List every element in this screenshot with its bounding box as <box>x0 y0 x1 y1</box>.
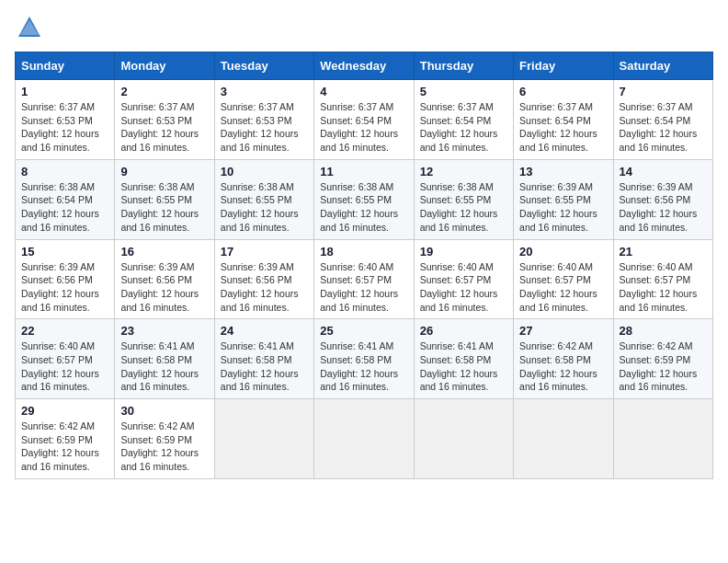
calendar-cell: 4 Sunrise: 6:37 AM Sunset: 6:54 PM Dayli… <box>314 80 414 160</box>
day-info: Sunrise: 6:40 AM Sunset: 6:57 PM Dayligh… <box>21 339 108 394</box>
day-info: Sunrise: 6:41 AM Sunset: 6:58 PM Dayligh… <box>221 339 308 394</box>
day-number: 21 <box>620 245 707 259</box>
calendar-cell: 26 Sunrise: 6:41 AM Sunset: 6:58 PM Dayl… <box>414 319 513 399</box>
calendar-cell: 22 Sunrise: 6:40 AM Sunset: 6:57 PM Dayl… <box>16 319 115 399</box>
day-info: Sunrise: 6:41 AM Sunset: 6:58 PM Dayligh… <box>420 339 507 394</box>
calendar-week-row: 22 Sunrise: 6:40 AM Sunset: 6:57 PM Dayl… <box>16 319 713 399</box>
calendar-cell: 19 Sunrise: 6:40 AM Sunset: 6:57 PM Dayl… <box>414 239 513 319</box>
calendar-cell: 21 Sunrise: 6:40 AM Sunset: 6:57 PM Dayl… <box>613 239 712 319</box>
calendar-cell: 5 Sunrise: 6:37 AM Sunset: 6:54 PM Dayli… <box>414 80 513 160</box>
day-info: Sunrise: 6:42 AM Sunset: 6:59 PM Dayligh… <box>620 339 707 394</box>
calendar-cell: 11 Sunrise: 6:38 AM Sunset: 6:55 PM Dayl… <box>314 159 414 239</box>
day-info: Sunrise: 6:37 AM Sunset: 6:53 PM Dayligh… <box>21 100 108 155</box>
calendar-cell: 20 Sunrise: 6:40 AM Sunset: 6:57 PM Dayl… <box>514 239 613 319</box>
calendar-cell: 15 Sunrise: 6:39 AM Sunset: 6:56 PM Dayl… <box>16 239 115 319</box>
day-number: 20 <box>519 245 607 259</box>
calendar-cell: 2 Sunrise: 6:37 AM Sunset: 6:53 PM Dayli… <box>115 80 214 160</box>
day-info: Sunrise: 6:41 AM Sunset: 6:58 PM Dayligh… <box>320 339 407 394</box>
day-number: 14 <box>620 165 707 178</box>
day-number: 18 <box>320 245 407 259</box>
calendar-cell <box>314 399 414 479</box>
day-info: Sunrise: 6:38 AM Sunset: 6:54 PM Dayligh… <box>21 180 108 235</box>
day-info: Sunrise: 6:41 AM Sunset: 6:58 PM Dayligh… <box>120 339 208 394</box>
calendar-cell: 16 Sunrise: 6:39 AM Sunset: 6:56 PM Dayl… <box>115 239 214 319</box>
day-info: Sunrise: 6:39 AM Sunset: 6:56 PM Dayligh… <box>120 260 208 315</box>
calendar-cell <box>613 399 712 479</box>
day-number: 23 <box>120 324 208 338</box>
day-info: Sunrise: 6:37 AM Sunset: 6:53 PM Dayligh… <box>120 100 208 155</box>
day-info: Sunrise: 6:42 AM Sunset: 6:58 PM Dayligh… <box>519 339 607 394</box>
calendar-cell: 3 Sunrise: 6:37 AM Sunset: 6:53 PM Dayli… <box>214 80 313 160</box>
day-info: Sunrise: 6:37 AM Sunset: 6:54 PM Dayligh… <box>620 100 707 155</box>
header-day-saturday: Saturday <box>613 52 712 80</box>
calendar-cell: 13 Sunrise: 6:39 AM Sunset: 6:55 PM Dayl… <box>514 159 613 239</box>
day-number: 1 <box>21 85 108 98</box>
header-day-wednesday: Wednesday <box>314 52 414 80</box>
day-number: 28 <box>620 324 707 338</box>
calendar-cell: 27 Sunrise: 6:42 AM Sunset: 6:58 PM Dayl… <box>514 319 613 399</box>
calendar-cell: 18 Sunrise: 6:40 AM Sunset: 6:57 PM Dayl… <box>314 239 414 319</box>
calendar-cell <box>214 399 313 479</box>
day-number: 10 <box>221 165 308 178</box>
day-number: 19 <box>420 245 507 259</box>
day-number: 12 <box>420 165 507 178</box>
calendar-cell: 6 Sunrise: 6:37 AM Sunset: 6:54 PM Dayli… <box>514 80 613 160</box>
day-number: 24 <box>221 324 308 338</box>
day-info: Sunrise: 6:37 AM Sunset: 6:54 PM Dayligh… <box>320 100 407 155</box>
header-day-tuesday: Tuesday <box>214 52 313 80</box>
calendar-table: SundayMondayTuesdayWednesdayThursdayFrid… <box>15 52 713 479</box>
day-number: 29 <box>21 404 108 418</box>
calendar-cell: 10 Sunrise: 6:38 AM Sunset: 6:55 PM Dayl… <box>214 159 313 239</box>
day-info: Sunrise: 6:37 AM Sunset: 6:54 PM Dayligh… <box>420 100 507 155</box>
day-number: 9 <box>120 165 208 178</box>
calendar-cell <box>514 399 613 479</box>
calendar-cell <box>414 399 513 479</box>
day-info: Sunrise: 6:39 AM Sunset: 6:56 PM Dayligh… <box>221 260 308 315</box>
day-info: Sunrise: 6:38 AM Sunset: 6:55 PM Dayligh… <box>420 180 507 235</box>
day-number: 30 <box>120 404 208 418</box>
calendar-cell: 17 Sunrise: 6:39 AM Sunset: 6:56 PM Dayl… <box>214 239 313 319</box>
day-info: Sunrise: 6:37 AM Sunset: 6:54 PM Dayligh… <box>519 100 607 155</box>
day-number: 6 <box>519 85 607 98</box>
calendar-cell: 24 Sunrise: 6:41 AM Sunset: 6:58 PM Dayl… <box>214 319 313 399</box>
calendar-cell: 1 Sunrise: 6:37 AM Sunset: 6:53 PM Dayli… <box>16 80 115 160</box>
calendar-cell: 25 Sunrise: 6:41 AM Sunset: 6:58 PM Dayl… <box>314 319 414 399</box>
header-day-friday: Friday <box>514 52 613 80</box>
day-number: 3 <box>221 85 308 98</box>
day-number: 15 <box>21 245 108 259</box>
day-info: Sunrise: 6:40 AM Sunset: 6:57 PM Dayligh… <box>420 260 507 315</box>
day-number: 25 <box>320 324 407 338</box>
day-info: Sunrise: 6:42 AM Sunset: 6:59 PM Dayligh… <box>120 419 208 474</box>
day-number: 4 <box>320 85 407 98</box>
header-row: SundayMondayTuesdayWednesdayThursdayFrid… <box>16 52 713 80</box>
day-number: 8 <box>21 165 108 178</box>
calendar-week-row: 15 Sunrise: 6:39 AM Sunset: 6:56 PM Dayl… <box>16 239 713 319</box>
header-day-sunday: Sunday <box>16 52 115 80</box>
day-info: Sunrise: 6:37 AM Sunset: 6:53 PM Dayligh… <box>221 100 308 155</box>
calendar-cell: 29 Sunrise: 6:42 AM Sunset: 6:59 PM Dayl… <box>16 399 115 479</box>
calendar-week-row: 29 Sunrise: 6:42 AM Sunset: 6:59 PM Dayl… <box>16 399 713 479</box>
day-number: 5 <box>420 85 507 98</box>
day-number: 13 <box>519 165 607 178</box>
logo-icon <box>17 15 42 44</box>
calendar-cell: 8 Sunrise: 6:38 AM Sunset: 6:54 PM Dayli… <box>16 159 115 239</box>
header-day-thursday: Thursday <box>414 52 513 80</box>
day-number: 2 <box>120 85 208 98</box>
day-info: Sunrise: 6:38 AM Sunset: 6:55 PM Dayligh… <box>320 180 407 235</box>
calendar-header: SundayMondayTuesdayWednesdayThursdayFrid… <box>16 52 713 80</box>
day-info: Sunrise: 6:40 AM Sunset: 6:57 PM Dayligh… <box>320 260 407 315</box>
day-info: Sunrise: 6:38 AM Sunset: 6:55 PM Dayligh… <box>221 180 308 235</box>
calendar-week-row: 8 Sunrise: 6:38 AM Sunset: 6:54 PM Dayli… <box>16 159 713 239</box>
day-number: 16 <box>120 245 208 259</box>
day-info: Sunrise: 6:42 AM Sunset: 6:59 PM Dayligh… <box>21 419 108 474</box>
calendar-cell: 28 Sunrise: 6:42 AM Sunset: 6:59 PM Dayl… <box>613 319 712 399</box>
day-info: Sunrise: 6:38 AM Sunset: 6:55 PM Dayligh… <box>120 180 208 235</box>
day-info: Sunrise: 6:39 AM Sunset: 6:56 PM Dayligh… <box>21 260 108 315</box>
day-info: Sunrise: 6:39 AM Sunset: 6:55 PM Dayligh… <box>519 180 607 235</box>
day-number: 27 <box>519 324 607 338</box>
calendar-cell: 9 Sunrise: 6:38 AM Sunset: 6:55 PM Dayli… <box>115 159 214 239</box>
day-info: Sunrise: 6:40 AM Sunset: 6:57 PM Dayligh… <box>519 260 607 315</box>
page-header <box>15 15 713 40</box>
svg-marker-1 <box>20 20 39 35</box>
day-info: Sunrise: 6:39 AM Sunset: 6:56 PM Dayligh… <box>620 180 707 235</box>
